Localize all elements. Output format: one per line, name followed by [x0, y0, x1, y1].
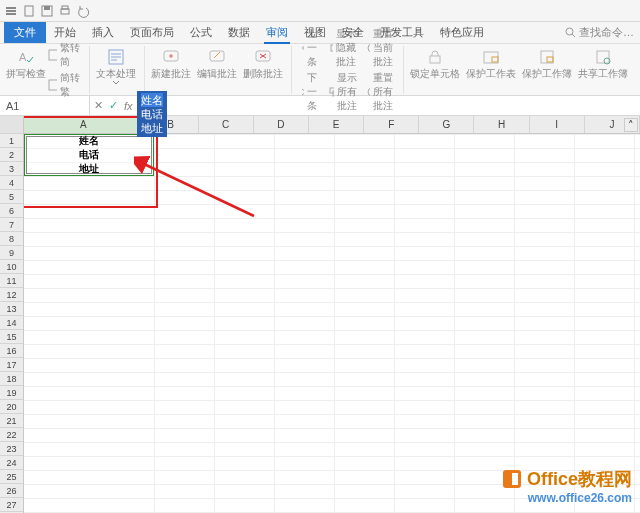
watermark-url: www.office26.com [501, 491, 632, 505]
row-header[interactable]: 21 [0, 414, 23, 428]
tab-insert[interactable]: 插入 [84, 22, 122, 43]
search-placeholder: 查找命令… [579, 25, 634, 40]
tab-view[interactable]: 视图 [296, 22, 334, 43]
row-header[interactable]: 7 [0, 218, 23, 232]
row-header[interactable]: 5 [0, 190, 23, 204]
row-header[interactable]: 8 [0, 232, 23, 246]
svg-rect-38 [512, 473, 518, 485]
row-header[interactable]: 6 [0, 204, 23, 218]
row-header[interactable]: 27 [0, 498, 23, 512]
row-header[interactable]: 22 [0, 428, 23, 442]
svg-rect-5 [44, 6, 50, 10]
row-header[interactable]: 26 [0, 484, 23, 498]
tab-home[interactable]: 开始 [46, 22, 84, 43]
edit-comment-button[interactable]: 编辑批注 [195, 46, 239, 82]
file-tab[interactable]: 文件 [4, 22, 46, 43]
cell-A1[interactable]: 姓名 [24, 134, 154, 148]
row-header[interactable]: 23 [0, 442, 23, 456]
tab-special[interactable]: 特色应用 [432, 22, 492, 43]
col-header[interactable]: F [364, 116, 419, 133]
row-header[interactable]: 17 [0, 358, 23, 372]
row-header[interactable]: 3 [0, 162, 23, 176]
ime-candidate[interactable]: 姓名 [141, 93, 163, 107]
row-header[interactable]: 16 [0, 344, 23, 358]
ribbon-tabs: 文件 开始 插入 页面布局 公式 数据 审阅 视图 安全 开发工具 特色应用 查… [0, 22, 640, 44]
ime-candidate[interactable]: 电话 [141, 107, 163, 121]
formula-input[interactable]: 姓名 电话 地址 [137, 96, 640, 115]
cell-A2[interactable]: 电话 [24, 148, 154, 162]
print-icon[interactable] [58, 4, 72, 18]
col-header[interactable]: H [474, 116, 529, 133]
tab-dev[interactable]: 开发工具 [372, 22, 432, 43]
tab-data[interactable]: 数据 [220, 22, 258, 43]
col-header[interactable]: C [199, 116, 254, 133]
svg-rect-0 [6, 7, 16, 9]
ime-candidate-list[interactable]: 姓名 电话 地址 [137, 91, 167, 137]
spreadsheet[interactable]: 1234567891011121314151617181920212223242… [0, 116, 640, 513]
lock-cell-button[interactable]: 锁定单元格 [408, 46, 462, 82]
formula-confirm-icon[interactable]: ✓ [109, 99, 118, 112]
svg-rect-6 [61, 9, 69, 14]
protect-sheet-button[interactable]: 保护工作表 [464, 46, 518, 82]
svg-rect-33 [547, 57, 553, 62]
row-header[interactable]: 25 [0, 470, 23, 484]
tab-security[interactable]: 安全 [334, 22, 372, 43]
row-header[interactable]: 15 [0, 330, 23, 344]
svg-rect-20 [210, 51, 224, 61]
svg-rect-1 [6, 10, 16, 12]
cell-grid[interactable]: ABCDEFGHIJ 姓名 电话 地址 ˄ [24, 116, 640, 513]
col-header[interactable]: E [309, 116, 364, 133]
delete-comment-button[interactable]: 删除批注 [241, 46, 285, 82]
row-header[interactable]: 12 [0, 288, 23, 302]
dropdown-icon [112, 80, 120, 85]
row-header[interactable]: 11 [0, 274, 23, 288]
text-proc-button[interactable]: 文本处理 [94, 46, 138, 87]
trad-to-simp-button[interactable]: 繁转简 [46, 40, 83, 70]
window-titlebar [0, 0, 640, 22]
cells[interactable] [24, 134, 640, 513]
col-header[interactable]: G [419, 116, 474, 133]
svg-rect-7 [62, 6, 68, 9]
row-header[interactable]: 2 [0, 148, 23, 162]
new-doc-icon[interactable] [22, 4, 36, 18]
protect-book-button[interactable]: 保护工作簿 [520, 46, 574, 82]
cell-A3[interactable]: 地址 [24, 162, 154, 176]
svg-point-8 [566, 28, 573, 35]
tab-review[interactable]: 审阅 [258, 22, 296, 43]
command-search[interactable]: 查找命令… [565, 22, 640, 43]
col-header[interactable]: D [254, 116, 309, 133]
select-all-corner[interactable] [0, 116, 23, 134]
formula-cancel-icon[interactable]: ✕ [94, 99, 103, 112]
svg-point-28 [368, 88, 370, 96]
row-header[interactable]: 10 [0, 260, 23, 274]
row-header[interactable]: 24 [0, 456, 23, 470]
new-comment-button[interactable]: 新建批注 [149, 46, 193, 82]
fx-icon[interactable]: fx [124, 100, 133, 112]
row-header[interactable]: 1 [0, 134, 23, 148]
row-header[interactable]: 4 [0, 176, 23, 190]
file-tab-label: 文件 [14, 25, 36, 40]
row-header[interactable]: 19 [0, 386, 23, 400]
scroll-up-button[interactable]: ˄ [624, 118, 638, 132]
tab-formula[interactable]: 公式 [182, 22, 220, 43]
undo-icon[interactable] [76, 4, 90, 18]
svg-rect-12 [49, 80, 57, 90]
col-header[interactable]: I [530, 116, 585, 133]
row-header[interactable]: 14 [0, 316, 23, 330]
row-header[interactable]: 9 [0, 246, 23, 260]
watermark-title: Office教程网 [527, 467, 632, 491]
svg-point-27 [368, 44, 370, 52]
name-box[interactable]: A1 [0, 96, 90, 115]
col-header[interactable]: A [24, 116, 143, 133]
row-header[interactable]: 20 [0, 400, 23, 414]
app-menu-icon[interactable] [4, 4, 18, 18]
spellcheck-button[interactable]: A 拼写检查 [8, 46, 44, 82]
row-header[interactable]: 13 [0, 302, 23, 316]
search-icon [565, 27, 576, 38]
tab-layout[interactable]: 页面布局 [122, 22, 182, 43]
share-book-button[interactable]: 共享工作簿 [576, 46, 630, 82]
svg-rect-31 [492, 57, 498, 62]
ime-candidate[interactable]: 地址 [141, 121, 163, 135]
save-icon[interactable] [40, 4, 54, 18]
row-header[interactable]: 18 [0, 372, 23, 386]
